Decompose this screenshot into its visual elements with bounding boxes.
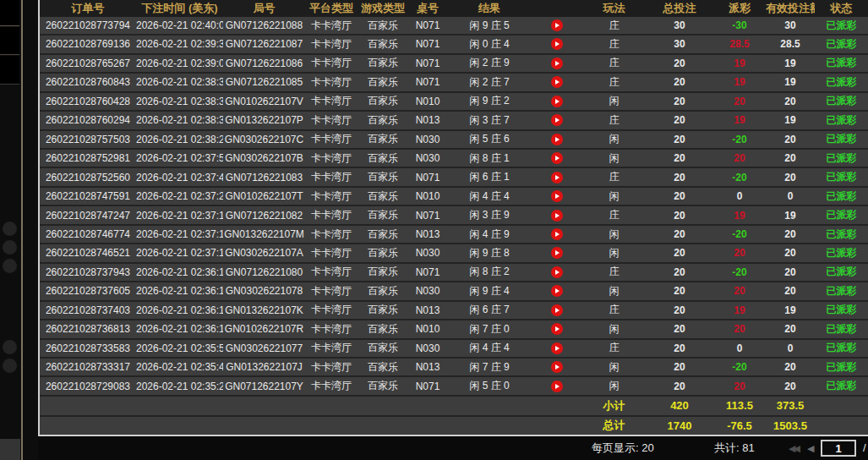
cell-total-bet: 20	[646, 376, 713, 395]
cell-status: 已派彩	[815, 187, 868, 205]
cell-order-id: 260221028773794	[40, 17, 136, 35]
betting-records-table: 订单号下注时间 (美东)局号平台类型游戏类型桌号结果玩法总投注派彩有效投注额状态…	[40, 0, 868, 435]
prev-page-icon[interactable]: ◀	[807, 436, 814, 460]
replay-button[interactable]	[551, 247, 563, 259]
cell-total-bet: 20	[646, 187, 713, 205]
cell-play-type: 闲	[582, 282, 646, 300]
replay-button[interactable]	[551, 361, 563, 373]
background-coin-icon	[3, 340, 17, 354]
cell-bet-time: 2026-02-21 02:38:36	[136, 111, 223, 129]
replay-button[interactable]	[551, 96, 563, 107]
cell-result: 闲 5 庄 6	[447, 130, 532, 149]
cell-game-type: 百家乐	[358, 111, 408, 129]
panel-left-divider	[21, 0, 23, 460]
cell-platform-type: 卡卡湾厅	[305, 205, 358, 224]
replay-button[interactable]	[551, 19, 563, 31]
column-header-total-bet: 总投注	[646, 0, 713, 17]
cell-order-id: 260221028733317	[40, 358, 136, 376]
replay-button[interactable]	[551, 172, 563, 183]
cell-game-type: 百家乐	[358, 225, 408, 244]
cell-empty	[223, 396, 305, 416]
cell-play-type: 闲	[582, 187, 646, 205]
column-header-platform-type: 平台类型	[305, 0, 358, 17]
replay-button[interactable]	[551, 38, 563, 50]
cell-table-no: N071	[408, 17, 447, 35]
table-row: 2602210287376052026-02-21 02:36:17GN0302…	[40, 282, 868, 300]
cell-play-type: 庄	[582, 35, 646, 53]
replay-button[interactable]	[551, 152, 563, 164]
cell-platform-type: 卡卡湾厅	[305, 263, 358, 282]
cell-replay	[532, 339, 582, 358]
cell-empty	[447, 416, 532, 435]
cell-valid-bet: 20	[766, 167, 815, 186]
replay-button[interactable]	[551, 76, 563, 88]
cell-bet-time: 2026-02-21 02:35:51	[136, 339, 223, 358]
cell-result: 闲 9 庄 8	[447, 244, 532, 262]
cell-result: 闲 6 庄 1	[447, 167, 532, 186]
cell-play-type: 闲	[582, 225, 646, 244]
cell-valid-bet: 20	[766, 92, 815, 111]
cell-valid-bet: 19	[766, 301, 815, 320]
replay-button[interactable]	[551, 381, 563, 392]
replay-button[interactable]	[551, 114, 563, 126]
cell-result: 闲 0 庄 4	[447, 35, 532, 53]
replay-button[interactable]	[551, 266, 563, 278]
cell-platform-type: 卡卡湾厅	[305, 376, 358, 395]
cell-game-type: 百家乐	[358, 35, 408, 53]
cell-platform-type: 卡卡湾厅	[305, 92, 358, 111]
cell-result: 闲 7 庄 9	[447, 358, 532, 376]
cell-result: 闲 8 庄 2	[447, 263, 532, 282]
cell-bet-time: 2026-02-21 02:36:17	[136, 282, 223, 300]
cell-total-bet: 20	[646, 282, 713, 300]
cell-game-type: 百家乐	[358, 358, 408, 376]
cell-total-bet: 20	[646, 244, 713, 262]
cell-play-type: 庄	[582, 167, 646, 186]
header-row: 订单号下注时间 (美东)局号平台类型游戏类型桌号结果玩法总投注派彩有效投注额状态	[40, 0, 868, 17]
cell-game-type: 百家乐	[358, 244, 408, 262]
cell-game-type: 百家乐	[358, 130, 408, 149]
cell-valid-bet: 19	[766, 111, 815, 129]
cell-platform-type: 卡卡湾厅	[305, 282, 358, 300]
cell-order-id: 260221028737403	[40, 301, 136, 320]
replay-button[interactable]	[551, 134, 563, 145]
cell-order-id: 260221028760843	[40, 73, 136, 91]
table-body: 2602210287737942026-02-21 02:40:00GN0712…	[40, 17, 868, 435]
cell-payout: -20	[713, 225, 766, 244]
replay-button[interactable]	[551, 190, 563, 202]
cell-empty	[408, 416, 447, 435]
replay-button[interactable]	[551, 58, 563, 69]
replay-button[interactable]	[551, 304, 563, 316]
background-coin-icon	[3, 359, 17, 373]
replay-button[interactable]	[551, 285, 563, 297]
cell-table-no: N013	[408, 225, 447, 244]
cell-round-id: GN03026221078	[223, 282, 305, 300]
cell-table-no: N071	[408, 205, 447, 224]
subtotal-label: 小计	[582, 396, 646, 416]
cell-order-id: 260221028769136	[40, 35, 136, 53]
table-row: 2602210287525602026-02-21 02:37:49GN0712…	[40, 167, 868, 186]
total-total-bet: 1740	[646, 416, 713, 435]
replay-button[interactable]	[551, 228, 563, 240]
page-input[interactable]	[821, 440, 856, 457]
cell-empty	[136, 416, 223, 435]
cell-play-type: 庄	[582, 205, 646, 224]
background-coin-icon	[3, 222, 17, 236]
cell-empty	[136, 396, 223, 416]
cell-round-id: GN0132622107M	[223, 225, 305, 244]
replay-button[interactable]	[551, 342, 563, 354]
cell-valid-bet: 20	[766, 376, 815, 395]
cell-empty	[358, 396, 408, 416]
cell-result: 闲 2 庄 9	[447, 54, 532, 73]
column-header-status: 状态	[815, 0, 868, 17]
betting-records-screen: 订单号下注时间 (美东)局号平台类型游戏类型桌号结果玩法总投注派彩有效投注额状态…	[0, 0, 868, 460]
cell-valid-bet: 20	[766, 320, 815, 338]
cell-result: 闲 3 庄 9	[447, 205, 532, 224]
first-page-icon[interactable]: ◀◀	[789, 436, 798, 460]
cell-payout: 19	[713, 111, 766, 129]
cell-bet-time: 2026-02-21 02:37:49	[136, 167, 223, 186]
cell-result: 闲 9 庄 2	[447, 92, 532, 111]
cell-table-no: N013	[408, 111, 447, 129]
cell-bet-time: 2026-02-21 02:38:21	[136, 130, 223, 149]
replay-button[interactable]	[551, 323, 563, 335]
replay-button[interactable]	[551, 210, 563, 222]
